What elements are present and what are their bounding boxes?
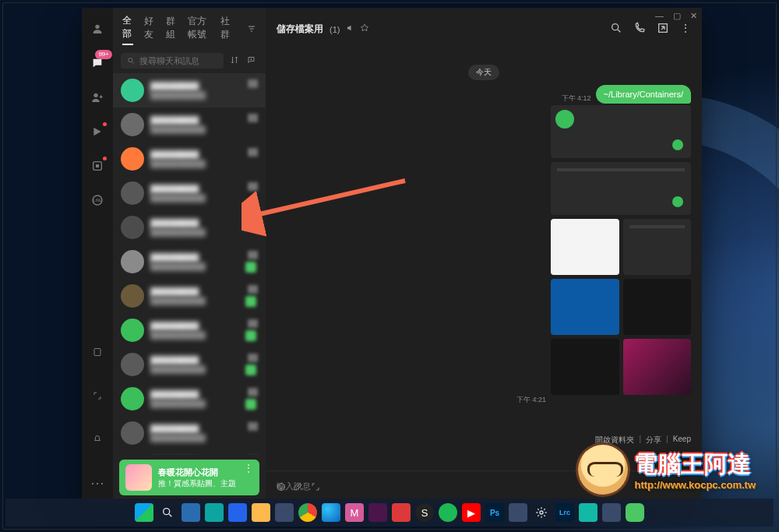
chat-list-item[interactable]: ████████ ██████████ ██: [113, 73, 266, 107]
image-attachment[interactable]: [623, 339, 692, 395]
popout-icon[interactable]: [657, 22, 669, 37]
chat-list-item[interactable]: ████████ ██████████ ██: [113, 313, 266, 347]
svg-point-13: [164, 509, 170, 515]
settings-icon[interactable]: [532, 503, 551, 522]
image-attachment[interactable]: [551, 162, 691, 215]
windows-taskbar: M S ▶ Ps Lrc: [5, 499, 774, 527]
chats-icon[interactable]: 99+: [89, 55, 106, 72]
image-attachment[interactable]: [623, 219, 692, 275]
chat-list-item[interactable]: ████████ ██████████ ██: [113, 347, 266, 382]
share-link[interactable]: 分享: [646, 435, 661, 446]
chat-list[interactable]: ████████ ██████████ ██ ████████ ████████…: [113, 73, 266, 455]
svg-point-0: [95, 25, 99, 29]
image-attachment[interactable]: [551, 105, 691, 158]
call-icon[interactable]: [633, 22, 646, 37]
chat-list-item[interactable]: ████████ ██████████ ██: [113, 107, 266, 142]
capture-icon[interactable]: [311, 482, 320, 494]
message-time: 下午 4:12: [562, 93, 591, 104]
sort-icon[interactable]: [228, 54, 241, 69]
image-attachment[interactable]: [551, 219, 619, 275]
svg-point-9: [278, 484, 285, 491]
open-folder-link[interactable]: 開啟資料夾: [595, 435, 634, 446]
notification-icon[interactable]: [90, 432, 105, 447]
tab-all[interactable]: 全部: [122, 14, 133, 45]
message-bubble[interactable]: ~/Library/Containers/: [596, 85, 691, 104]
screenshot-icon[interactable]: [90, 388, 105, 403]
taskbar-app-icon[interactable]: [509, 503, 527, 522]
message-time: 下午 4:21: [516, 395, 546, 405]
notification-dot: [103, 157, 107, 160]
svg-rect-5: [94, 349, 100, 356]
new-chat-icon[interactable]: [245, 54, 258, 69]
taskbar-app-icon[interactable]: [275, 503, 294, 522]
promo-menu-icon[interactable]: ⋮: [244, 463, 253, 474]
minimize-button[interactable]: —: [655, 11, 664, 21]
start-button[interactable]: [135, 503, 153, 522]
keep-icon[interactable]: [90, 344, 105, 360]
svg-point-10: [280, 485, 280, 486]
avatar: [121, 216, 144, 239]
chat-list-item[interactable]: ████████ ██████████ ██: [113, 210, 266, 245]
chat-list-item[interactable]: ████████ ██████████ ██: [113, 245, 266, 279]
chat-list-item[interactable]: ████████ ██████████ ██: [113, 450, 266, 455]
line-icon[interactable]: [626, 503, 644, 522]
taskbar-app-icon[interactable]: [579, 503, 597, 522]
edge-icon[interactable]: [322, 503, 340, 522]
taskbar-app-icon[interactable]: [602, 503, 621, 522]
image-message-grid[interactable]: [551, 105, 691, 395]
svg-point-7: [612, 24, 619, 30]
chat-body[interactable]: 今天 下午 4:12 ~/Library/Containers/ 下午 4:21: [266, 43, 702, 470]
open-chat-icon[interactable]: [89, 157, 106, 174]
file-explorer-icon[interactable]: [252, 503, 270, 522]
tab-official[interactable]: 官方帳號: [188, 15, 210, 44]
search-input-container[interactable]: [121, 53, 224, 69]
chrome-icon[interactable]: [298, 503, 317, 522]
chat-title: 儲存檔案用: [277, 23, 323, 36]
maximize-button[interactable]: ▢: [673, 11, 681, 21]
search-in-chat-icon[interactable]: [610, 22, 622, 37]
chat-menu-icon[interactable]: ⋮: [680, 22, 691, 37]
unread-indicator: [245, 330, 256, 341]
close-button[interactable]: ✕: [690, 11, 697, 21]
taskbar-app-icon[interactable]: [205, 503, 224, 522]
chat-list-item[interactable]: ████████ ██████████ ██: [113, 176, 266, 210]
tab-filter-icon[interactable]: [247, 23, 256, 36]
tab-community[interactable]: 社群: [220, 15, 231, 44]
tab-friends[interactable]: 好友: [144, 15, 155, 44]
lightroom-icon[interactable]: Lrc: [555, 503, 574, 522]
taskbar-search-icon[interactable]: [158, 503, 177, 522]
chat-list-item[interactable]: ████████ ██████████ ██: [113, 416, 266, 450]
chat-list-item[interactable]: ████████ ██████████ ██: [113, 142, 266, 176]
window-controls: — ▢ ✕: [655, 11, 697, 21]
taskbar-app-icon[interactable]: [368, 503, 387, 522]
tab-groups[interactable]: 群組: [166, 15, 177, 44]
keep-link[interactable]: Keep: [673, 435, 691, 446]
add-friend-icon[interactable]: [89, 89, 106, 106]
attach-icon[interactable]: [294, 482, 303, 494]
taskbar-app-icon[interactable]: [392, 503, 411, 522]
youtube-icon[interactable]: ▶: [462, 503, 481, 522]
chat-list-item[interactable]: ████████ ██████████ ██: [113, 382, 266, 416]
chat-list-pane: 全部 好友 群組 官方帳號 社群: [113, 8, 266, 502]
chat-list-item[interactable]: ████████ ██████████ ██: [113, 279, 266, 313]
photoshop-icon[interactable]: Ps: [485, 503, 504, 522]
search-input[interactable]: [139, 56, 217, 65]
promo-banner[interactable]: 春暖花開心花開 推！質感系貼圖、主題 ⋮: [119, 460, 259, 495]
taskbar-app-icon[interactable]: [228, 503, 247, 522]
friends-icon[interactable]: [89, 20, 106, 37]
task-view-icon[interactable]: [182, 503, 200, 522]
spotify-icon[interactable]: [439, 503, 457, 522]
image-attachment[interactable]: [551, 339, 619, 395]
taskbar-app-icon[interactable]: M: [345, 503, 364, 522]
image-attachment[interactable]: [551, 279, 619, 335]
image-attachment[interactable]: [623, 279, 692, 335]
pin-icon[interactable]: [360, 23, 369, 35]
emoji-icon[interactable]: [277, 482, 286, 494]
notification-dot: [103, 122, 107, 126]
settings-menu-icon[interactable]: ⋯: [90, 475, 105, 491]
mute-icon[interactable]: [346, 23, 355, 35]
voom-icon[interactable]: [89, 123, 106, 140]
taskbar-app-icon[interactable]: S: [415, 503, 434, 522]
promo-subtitle: 推！質感系貼圖、主題: [158, 478, 236, 489]
line-services-icon[interactable]: LINE: [89, 192, 106, 209]
